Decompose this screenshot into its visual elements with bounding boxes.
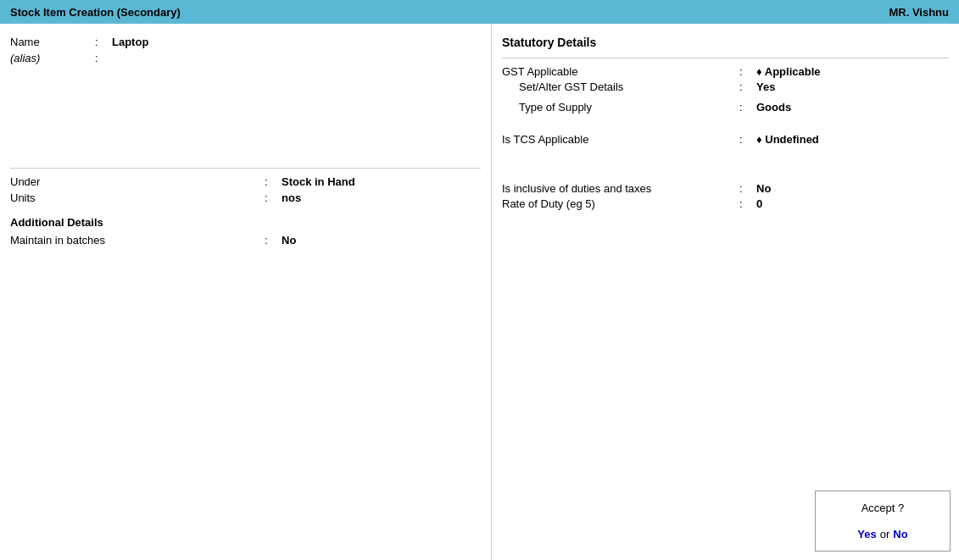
units-value[interactable]: nos	[282, 191, 301, 204]
tcs-label: Is TCS Applicable	[502, 133, 739, 146]
type-supply-value[interactable]: Goods	[756, 101, 791, 114]
statutory-divider	[502, 58, 949, 58]
inclusive-colon: :	[739, 182, 756, 195]
empty-space	[10, 68, 481, 161]
type-supply-colon: :	[739, 101, 756, 114]
gst-row: GST Applicable : ♦ Applicable	[502, 65, 949, 78]
gst-value[interactable]: ♦ Applicable	[756, 65, 821, 78]
set-alter-value[interactable]: Yes	[756, 80, 775, 93]
alias-label: (alias)	[10, 52, 95, 64]
name-label: Name	[10, 36, 95, 48]
accept-title: Accept ?	[826, 502, 939, 514]
current-user: MR. Vishnu	[889, 6, 949, 19]
gst-label: GST Applicable	[502, 65, 739, 78]
accept-or-label: or	[880, 528, 890, 541]
units-colon: :	[265, 191, 282, 204]
right-panel: Statutory Details GST Applicable : ♦ App…	[492, 24, 959, 560]
divider-1	[10, 168, 481, 169]
additional-details-heading: Additional Details	[10, 216, 103, 229]
under-label: Under	[10, 175, 265, 188]
type-supply-label: Type of Supply	[502, 101, 739, 114]
maintain-row: Maintain in batches : No	[10, 234, 481, 247]
duty-row: Rate of Duty (eg 5) : 0	[502, 197, 949, 210]
name-value[interactable]: Laptop	[112, 36, 148, 48]
duty-label: Rate of Duty (eg 5)	[502, 197, 739, 210]
tcs-colon: :	[739, 133, 756, 146]
set-alter-colon: :	[739, 80, 756, 93]
left-panel: Name : Laptop (alias) : Under : Stock in…	[0, 24, 492, 560]
alias-row: (alias) :	[10, 52, 481, 64]
set-alter-label: Set/Alter GST Details	[502, 80, 739, 93]
name-colon: :	[95, 36, 112, 48]
inclusive-label: Is inclusive of duties and taxes	[502, 182, 739, 195]
maintain-label: Maintain in batches	[10, 234, 265, 247]
under-value[interactable]: Stock in Hand	[282, 175, 355, 188]
tcs-value[interactable]: ♦ Undefined	[756, 133, 819, 146]
tcs-row: Is TCS Applicable : ♦ Undefined	[502, 133, 949, 146]
window-title: Stock Item Creation (Secondary)	[10, 6, 181, 19]
form-area: Name : Laptop (alias) : Under : Stock in…	[0, 24, 959, 560]
accept-no-button[interactable]: No	[893, 528, 907, 541]
gst-colon: :	[739, 65, 756, 78]
units-label: Units	[10, 191, 265, 204]
set-alter-row: Set/Alter GST Details : Yes	[502, 80, 949, 93]
inclusive-value[interactable]: No	[756, 182, 771, 195]
units-row: Units : nos	[10, 191, 481, 204]
statutory-heading: Statutory Details	[502, 36, 596, 53]
inclusive-row: Is inclusive of duties and taxes : No	[502, 182, 949, 195]
app-header: Stock Item Creation (Secondary) MR. Vish…	[0, 0, 959, 24]
duty-colon: :	[739, 197, 756, 210]
maintain-value[interactable]: No	[282, 234, 296, 247]
maintain-colon: :	[265, 234, 282, 247]
alias-colon: :	[95, 52, 112, 64]
accept-yes-button[interactable]: Yes	[857, 528, 876, 541]
type-supply-row: Type of Supply : Goods	[502, 101, 949, 114]
name-row: Name : Laptop	[10, 36, 481, 48]
duty-value[interactable]: 0	[756, 197, 762, 210]
under-colon: :	[265, 175, 282, 188]
under-row: Under : Stock in Hand	[10, 175, 481, 188]
accept-buttons: Yes or No	[826, 528, 939, 541]
accept-dialog: Accept ? Yes or No	[815, 491, 951, 552]
